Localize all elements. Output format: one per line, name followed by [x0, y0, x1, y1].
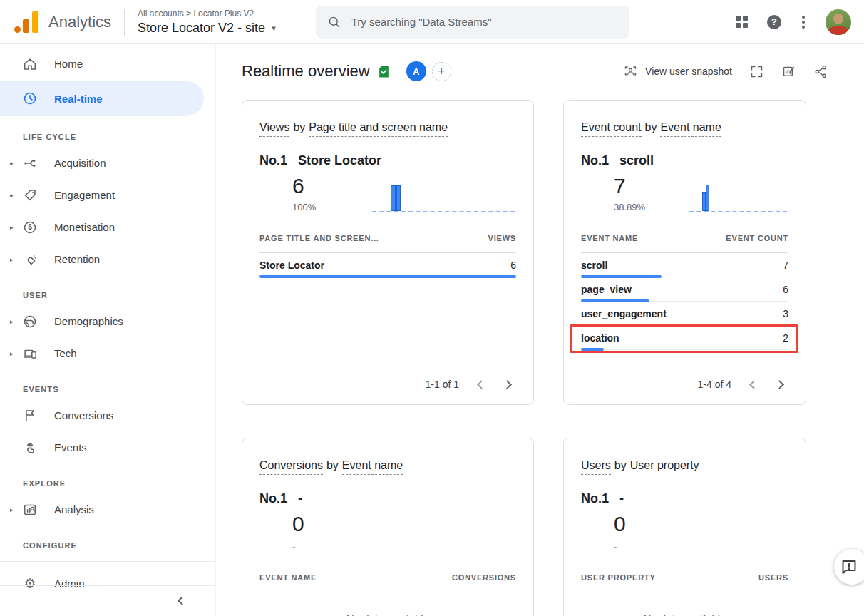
expand-arrow-icon[interactable]: ▸ [10, 318, 21, 325]
comparison-avatar[interactable]: A [406, 61, 426, 81]
card-title: ConversionsbyEvent name [259, 457, 516, 474]
clock-icon [21, 90, 38, 107]
pagination-next-button[interactable] [503, 380, 512, 389]
table-header: USER PROPERTY USERS [581, 573, 788, 592]
user-snapshot-icon [623, 64, 638, 79]
sidebar-section-user: USER [0, 275, 215, 305]
metric-row: 0 - [259, 512, 516, 552]
sidebar-item-tech[interactable]: ▸ Tech [0, 337, 215, 369]
feedback-icon [840, 558, 858, 575]
sidebar-item-demographics[interactable]: ▸ Demographics [0, 305, 215, 337]
user-avatar[interactable] [826, 9, 851, 35]
sidebar-item-events[interactable]: Events [0, 431, 215, 463]
svg-text:$: $ [28, 223, 32, 231]
sidebar-item-label: Home [54, 58, 83, 70]
page-title: Realtime overview [242, 62, 370, 81]
property-name: Store Locator V2 - site [138, 21, 265, 36]
table-header: EVENT NAME CONVERSIONS [259, 573, 516, 592]
account-property-block: All accounts > Locator Plus V2 Store Loc… [138, 9, 276, 36]
sidebar-item-acquisition[interactable]: ▸ Acquisition [0, 147, 215, 179]
sidebar-item-label: Events [54, 441, 87, 453]
metric-selector[interactable]: Users [581, 459, 611, 475]
table-header: EVENT NAME EVENT COUNT [581, 234, 788, 253]
metric-percent: 100% [292, 202, 316, 212]
table-row[interactable]: Store Locator 6 [259, 253, 516, 277]
tag-icon [21, 187, 38, 204]
metric-column-header: USERS [758, 573, 788, 582]
pagination-prev-button[interactable] [477, 380, 486, 389]
search-bar[interactable]: Try searching "Data Streams" [316, 6, 629, 38]
sidebar-item-label: Acquisition [54, 157, 106, 169]
sidebar-item-home[interactable]: Home [0, 48, 215, 80]
analytics-logo-icon[interactable] [14, 11, 38, 33]
home-icon [21, 56, 38, 73]
card-conversions-by-event-name: ConversionsbyEvent name No.1 - 0 - EVENT… [242, 438, 534, 616]
dimension-selector[interactable]: Event name [660, 121, 721, 137]
sidebar-item-monetisation[interactable]: ▸ $ Monetisation [0, 211, 215, 243]
rank-label: No.1 [581, 153, 609, 168]
table-row[interactable]: scroll 7 [581, 253, 788, 277]
table-row-location[interactable]: location 2 [581, 326, 788, 350]
share-icon[interactable] [813, 64, 828, 79]
metric-selector[interactable]: Views [259, 121, 289, 137]
expand-arrow-icon[interactable]: ▸ [10, 160, 21, 167]
expand-arrow-icon[interactable]: ▸ [10, 506, 21, 513]
dimension-selector[interactable]: Event name [342, 459, 403, 475]
topbar: Analytics All accounts > Locator Plus V2… [0, 0, 864, 44]
acquisition-icon [21, 155, 38, 172]
dollar-circle-icon: $ [21, 219, 38, 236]
table-row[interactable]: user_engagement 3 [581, 302, 788, 326]
search-icon [327, 15, 341, 29]
expand-arrow-icon[interactable]: ▸ [10, 224, 21, 231]
table-row[interactable]: page_view 6 [581, 277, 788, 302]
dimension-column-header: USER PROPERTY [581, 573, 656, 582]
more-options-icon[interactable] [801, 14, 806, 30]
sidebar-item-engagement[interactable]: ▸ Engagement [0, 179, 215, 211]
card-title: Event countbyEvent name [581, 119, 788, 136]
view-user-snapshot-button[interactable]: View user snapshot [623, 64, 732, 79]
rank-value: - [619, 491, 624, 506]
collapse-sidebar-icon[interactable] [178, 596, 187, 605]
flag-icon [21, 407, 38, 424]
help-icon[interactable]: ? [767, 15, 781, 29]
feedback-button[interactable] [834, 549, 864, 585]
dimension-selector[interactable]: Page title and screen name [309, 121, 448, 137]
touch-icon [21, 439, 38, 456]
pagination: 1-4 of 4 [581, 371, 788, 394]
property-selector[interactable]: Store Locator V2 - site ▾ [138, 21, 276, 36]
add-comparison-button[interactable]: + [432, 62, 451, 81]
chevron-down-icon: ▾ [272, 24, 276, 33]
metric-value: 0 [292, 512, 304, 536]
apps-grid-icon[interactable] [736, 16, 748, 28]
sidebar-item-conversions[interactable]: Conversions [0, 399, 215, 431]
data-quality-badge-icon[interactable] [377, 65, 391, 78]
view-user-snapshot-label: View user snapshot [645, 66, 732, 77]
customize-report-icon[interactable] [781, 64, 796, 79]
sidebar-item-label: Demographics [54, 315, 123, 327]
top-rank-row: No.1 Store Locator [259, 153, 516, 168]
dimension-selector[interactable]: User property [630, 459, 699, 471]
card-event-count-by-event-name: Event countbyEvent name No.1 scroll 7 38… [563, 100, 806, 405]
fullscreen-icon[interactable] [749, 64, 764, 79]
report-actions: View user snapshot [623, 64, 828, 79]
metric-column-header: CONVERSIONS [452, 573, 516, 582]
expand-arrow-icon[interactable]: ▸ [10, 256, 21, 263]
pagination: 1-1 of 1 [259, 371, 516, 394]
sidebar-item-analysis[interactable]: ▸ Analysis [0, 493, 215, 525]
expand-arrow-icon[interactable]: ▸ [10, 350, 21, 357]
metric-selector[interactable]: Event count [581, 121, 642, 137]
empty-state-message: No data available [581, 612, 788, 616]
pagination-next-button[interactable] [775, 380, 784, 389]
sidebar-item-retention[interactable]: ▸ Retention [0, 243, 215, 275]
sidebar-item-label: Monetisation [54, 221, 115, 233]
expand-arrow-icon[interactable]: ▸ [10, 192, 21, 199]
metric-sub: - [292, 541, 304, 552]
breadcrumb[interactable]: All accounts > Locator Plus V2 [138, 9, 276, 19]
pagination-prev-button[interactable] [749, 380, 758, 389]
table-header: PAGE TITLE AND SCREEN… VIEWS [259, 234, 516, 253]
sidebar-item-realtime[interactable]: Real-time [0, 81, 204, 115]
mini-bar-chart [689, 184, 787, 212]
card-title: UsersbyUser property [581, 457, 788, 474]
metric-row: 0 - [581, 512, 788, 552]
metric-selector[interactable]: Conversions [259, 459, 323, 475]
